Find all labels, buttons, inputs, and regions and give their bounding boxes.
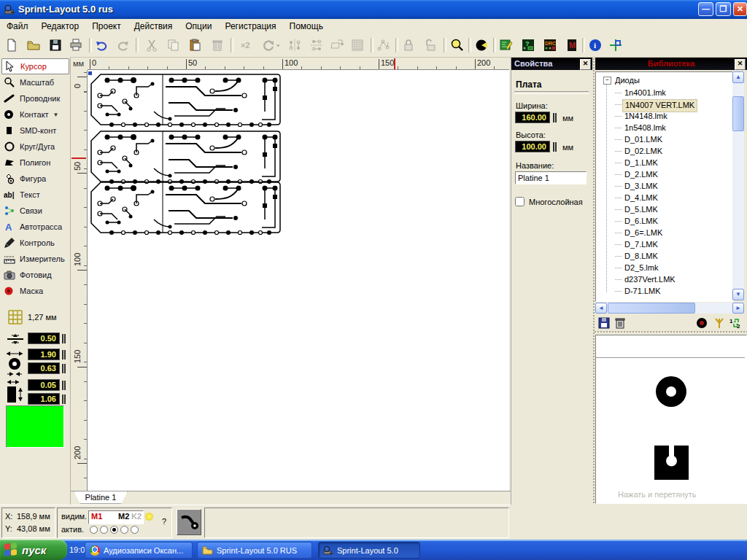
- minimize-button[interactable]: —: [698, 2, 713, 16]
- start-button[interactable]: пуск: [0, 540, 67, 560]
- tool-zoom[interactable]: Масштаб: [1, 74, 69, 90]
- track-width-spinner[interactable]: [62, 334, 67, 343]
- tool-pad[interactable]: Контакт ▼: [1, 106, 69, 122]
- mirror-vertical-icon[interactable]: [308, 36, 325, 54]
- print-icon[interactable]: [67, 36, 85, 54]
- library-vscrollbar[interactable]: ▲ ▼: [732, 71, 744, 300]
- library-item[interactable]: D_1.LMK: [622, 158, 660, 169]
- tool-ratsnest[interactable]: Связи: [1, 203, 69, 219]
- mirror-horizontal-icon[interactable]: [286, 36, 303, 54]
- grid-icon[interactable]: [7, 309, 23, 325]
- taskbar-task-folder[interactable]: Sprint-Layout 5.0 RUS: [197, 542, 312, 559]
- library-item[interactable]: D_8.LMK: [622, 251, 660, 262]
- active-layer-radio-2[interactable]: [100, 526, 108, 534]
- hscroll-thumb[interactable]: [608, 303, 695, 314]
- pad-drill-spinner[interactable]: [62, 364, 67, 373]
- pad-outer-spinner[interactable]: [62, 350, 67, 359]
- tool-circle[interactable]: Круг/Дуга: [1, 139, 69, 155]
- outline-layer-lamp-icon[interactable]: [145, 513, 153, 521]
- scroll-down-icon[interactable]: ▼: [732, 289, 744, 300]
- menu-help[interactable]: Помощь: [283, 19, 330, 34]
- scroll-right-icon[interactable]: ►: [732, 303, 744, 314]
- tool-test[interactable]: Контроль: [1, 235, 69, 251]
- pad-drill-value[interactable]: 0.63: [28, 362, 60, 374]
- layer-k2[interactable]: K2: [131, 512, 142, 521]
- library-swap-icon[interactable]: 1 2: [729, 317, 743, 329]
- library-item[interactable]: 1N4148.lmk: [622, 111, 670, 122]
- autoroute-toolbar-icon[interactable]: [607, 36, 624, 54]
- taskbar-task-audio[interactable]: Аудиозаписи Оксан...: [85, 542, 193, 559]
- tool-photoview[interactable]: Фотовид: [1, 267, 69, 283]
- components-help-icon[interactable]: ?: [519, 36, 537, 54]
- library-item[interactable]: 1n4001.lmk: [622, 88, 668, 99]
- library-item[interactable]: D_02.LMK: [622, 146, 665, 158]
- undo-icon[interactable]: [93, 36, 111, 54]
- tool-cursor[interactable]: Курсор: [1, 58, 69, 74]
- restore-button[interactable]: ❐: [716, 2, 731, 16]
- mask-toolbar-icon[interactable]: M: [563, 36, 581, 54]
- redo-icon[interactable]: [114, 36, 131, 54]
- scroll-up-icon[interactable]: ▲: [732, 71, 744, 83]
- paste-icon[interactable]: [187, 36, 204, 54]
- tool-measure[interactable]: Измеритель: [1, 251, 69, 267]
- tool-track[interactable]: Проводник: [1, 90, 69, 106]
- tool-mask[interactable]: Маска: [1, 283, 69, 299]
- component-preview[interactable]: Нажать и перетянуть: [595, 335, 747, 504]
- smd-height-spinner[interactable]: [62, 394, 67, 404]
- board-height-spinner[interactable]: [553, 142, 558, 152]
- rotate-icon[interactable]: [260, 36, 277, 54]
- menu-file[interactable]: Файл: [0, 19, 35, 34]
- preview-splitter[interactable]: [594, 330, 747, 334]
- library-pad-icon[interactable]: [696, 317, 708, 329]
- active-layer-radio-5[interactable]: [131, 526, 139, 534]
- library-item[interactable]: D_6=.LMK: [622, 228, 665, 239]
- track-mode-button[interactable]: [177, 509, 201, 535]
- library-item[interactable]: d237Vert.LMK: [622, 274, 678, 286]
- layers-help[interactable]: ?: [162, 517, 166, 526]
- new-icon[interactable]: [3, 36, 20, 54]
- library-item[interactable]: D_01.LMK: [622, 134, 665, 146]
- layer-color-swatch[interactable]: [6, 405, 64, 448]
- board-tab[interactable]: Platine 1: [74, 491, 128, 504]
- pcb-canvas[interactable]: [88, 70, 509, 491]
- layer-m2[interactable]: M2: [118, 512, 129, 521]
- menu-project[interactable]: Проект: [85, 19, 128, 34]
- cut-icon[interactable]: [143, 36, 160, 54]
- library-item[interactable]: D-71.LMK: [622, 286, 663, 298]
- board-width-spinner[interactable]: [553, 113, 558, 122]
- layer-k1[interactable]: K1: [105, 512, 115, 521]
- board-height-value[interactable]: 100.00: [515, 141, 550, 152]
- library-item[interactable]: D2_5.lmk: [622, 262, 660, 274]
- library-item[interactable]: D_6.LMK: [622, 216, 660, 228]
- library-save-icon[interactable]: [598, 317, 610, 329]
- pad-outer-value[interactable]: 1.90: [28, 349, 60, 360]
- tree-collapse-icon[interactable]: −: [603, 77, 611, 85]
- delete-icon[interactable]: [209, 36, 226, 54]
- board-width-value[interactable]: 160.00: [515, 112, 550, 123]
- tool-smd[interactable]: SMD-конт: [1, 122, 69, 139]
- tool-autoroute[interactable]: A Автотрасса: [1, 219, 69, 235]
- grid-pitch-value[interactable]: 1,27 мм: [28, 313, 57, 322]
- menu-registration[interactable]: Регистрация: [218, 19, 282, 34]
- track-width-value[interactable]: 0.50: [28, 332, 60, 344]
- taskbar-task-sprint[interactable]: Sprint-Layout 5.0: [318, 542, 420, 559]
- active-layer-radio-3[interactable]: [110, 526, 118, 534]
- library-fork-icon[interactable]: [713, 317, 725, 329]
- board-name-input[interactable]: [515, 171, 587, 184]
- vscroll-thumb[interactable]: [732, 96, 744, 131]
- properties-close-icon[interactable]: ✕: [580, 59, 591, 70]
- close-button[interactable]: ✕: [733, 2, 747, 16]
- library-item[interactable]: D_5.LMK: [622, 204, 660, 216]
- smd-height-value[interactable]: 1.06: [28, 393, 60, 405]
- open-icon[interactable]: [25, 36, 42, 54]
- test-icon[interactable]: [498, 36, 515, 54]
- layer-m1[interactable]: M1: [91, 512, 102, 521]
- metallization-icon[interactable]: [349, 36, 366, 54]
- zoom-icon[interactable]: [448, 36, 465, 54]
- copy-icon[interactable]: [165, 36, 182, 54]
- smd-width-value[interactable]: 0.05: [28, 379, 60, 391]
- scroll-left-icon[interactable]: ◄: [595, 303, 607, 314]
- multilayer-checkbox[interactable]: [515, 197, 525, 206]
- align-icon[interactable]: [328, 36, 346, 54]
- active-layer-radio-1[interactable]: [90, 526, 98, 534]
